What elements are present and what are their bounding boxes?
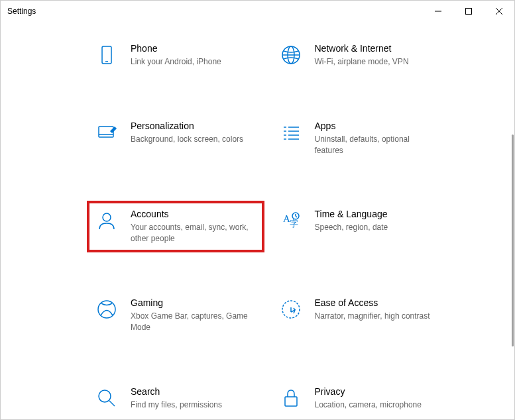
- category-title: Phone: [131, 43, 255, 54]
- maximize-button[interactable]: [453, 1, 484, 22]
- category-desc: Find my files, permissions: [131, 399, 250, 411]
- xbox-icon: [96, 299, 117, 320]
- category-title: Time & Language: [315, 209, 439, 219]
- svg-line-24: [296, 216, 297, 217]
- svg-line-29: [109, 401, 115, 406]
- titlebar: Settings: [1, 1, 514, 22]
- category-title: Network & Internet: [315, 43, 439, 54]
- category-title: Apps: [315, 121, 439, 131]
- ease-of-access-icon: [280, 299, 302, 320]
- category-title: Privacy: [315, 386, 439, 397]
- svg-rect-1: [466, 9, 472, 15]
- category-desc: Link your Android, iPhone: [131, 56, 250, 68]
- close-button[interactable]: [484, 1, 514, 22]
- category-desc: Uninstall, defaults, optional features: [315, 134, 434, 156]
- phone-icon: [96, 44, 117, 66]
- scrollbar[interactable]: [509, 22, 514, 419]
- personalization-icon: [96, 122, 117, 143]
- svg-point-28: [99, 390, 111, 402]
- category-desc: Narrator, magnifier, high contrast: [315, 311, 434, 322]
- category-desc: Background, lock screen, colors: [131, 134, 250, 145]
- scrollbar-thumb[interactable]: [512, 134, 514, 346]
- category-gaming[interactable]: Gaming Xbox Game Bar, captures, Game Mod…: [87, 289, 264, 341]
- apps-icon: [280, 122, 302, 143]
- svg-rect-30: [285, 397, 297, 406]
- window-title: Settings: [7, 7, 36, 16]
- category-title: Accounts: [131, 209, 255, 219]
- svg-point-25: [98, 301, 115, 318]
- person-icon: [96, 210, 117, 231]
- settings-grid: Phone Link your Android, iPhone Network …: [87, 35, 448, 419]
- category-desc: Xbox Game Bar, captures, Game Mode: [131, 311, 250, 333]
- category-apps[interactable]: Apps Uninstall, defaults, optional featu…: [271, 113, 449, 164]
- category-desc: Your accounts, email, sync, work, other …: [131, 222, 250, 244]
- category-accounts[interactable]: Accounts Your accounts, email, sync, wor…: [87, 201, 264, 252]
- category-desc: Wi-Fi, airplane mode, VPN: [315, 56, 434, 68]
- time-language-icon: A字: [280, 210, 302, 231]
- category-time[interactable]: A字 Time & Language Speech, region, date: [271, 201, 449, 252]
- search-icon: [96, 388, 117, 409]
- category-title: Ease of Access: [315, 297, 439, 308]
- category-title: Gaming: [131, 297, 255, 308]
- minimize-button[interactable]: [423, 1, 453, 22]
- category-phone[interactable]: Phone Link your Android, iPhone: [87, 35, 264, 76]
- category-desc: Speech, region, date: [315, 222, 434, 233]
- globe-icon: [280, 44, 302, 66]
- lock-icon: [280, 388, 302, 409]
- category-network[interactable]: Network & Internet Wi-Fi, airplane mode,…: [271, 35, 449, 76]
- svg-rect-4: [102, 46, 111, 64]
- category-search[interactable]: Search Find my files, permissions: [87, 378, 264, 419]
- category-title: Search: [131, 386, 255, 397]
- category-personalization[interactable]: Personalization Background, lock screen,…: [87, 113, 264, 164]
- settings-content: Phone Link your Android, iPhone Network …: [1, 22, 514, 419]
- category-ease[interactable]: Ease of Access Narrator, magnifier, high…: [271, 289, 449, 341]
- svg-point-19: [103, 213, 111, 221]
- category-desc: Location, camera, microphone: [315, 399, 434, 411]
- svg-text:字: 字: [290, 219, 298, 229]
- category-privacy[interactable]: Privacy Location, camera, microphone: [271, 378, 449, 419]
- window-controls: [423, 1, 514, 22]
- category-title: Personalization: [131, 121, 255, 131]
